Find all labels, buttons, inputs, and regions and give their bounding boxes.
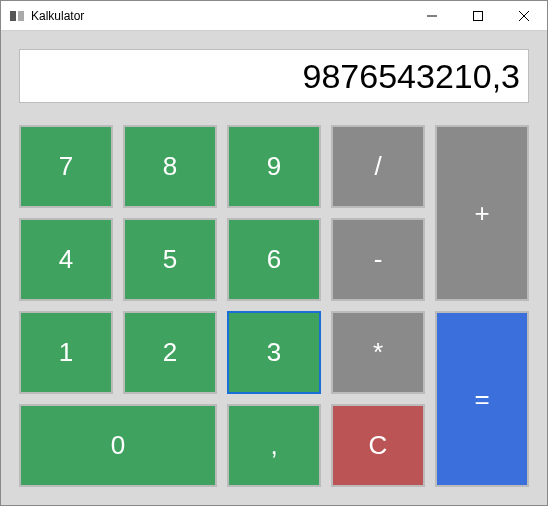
key-8[interactable]: 8	[123, 125, 217, 208]
close-button[interactable]	[501, 1, 547, 30]
svg-rect-1	[18, 11, 24, 21]
maximize-button[interactable]	[455, 1, 501, 30]
key-divide[interactable]: /	[331, 125, 425, 208]
app-icon	[9, 8, 25, 24]
keypad: 7 8 9 / + 4 5 6 - 1 2 3 * = 0 , C	[19, 125, 529, 487]
key-equals[interactable]: =	[435, 311, 529, 487]
key-4[interactable]: 4	[19, 218, 113, 301]
key-9[interactable]: 9	[227, 125, 321, 208]
svg-rect-0	[10, 11, 16, 21]
key-comma[interactable]: ,	[227, 404, 321, 487]
key-1[interactable]: 1	[19, 311, 113, 394]
svg-rect-3	[474, 11, 483, 20]
key-plus[interactable]: +	[435, 125, 529, 301]
display: 9876543210,3	[19, 49, 529, 103]
key-6[interactable]: 6	[227, 218, 321, 301]
titlebar: Kalkulator	[1, 1, 547, 31]
key-7[interactable]: 7	[19, 125, 113, 208]
key-multiply[interactable]: *	[331, 311, 425, 394]
window-controls	[409, 1, 547, 30]
key-clear[interactable]: C	[331, 404, 425, 487]
app-window: Kalkulator 9876543210,3 7 8 9 / + 4 5 6 …	[0, 0, 548, 506]
window-title: Kalkulator	[31, 9, 409, 23]
key-minus[interactable]: -	[331, 218, 425, 301]
key-3[interactable]: 3	[227, 311, 321, 394]
minimize-button[interactable]	[409, 1, 455, 30]
key-5[interactable]: 5	[123, 218, 217, 301]
key-2[interactable]: 2	[123, 311, 217, 394]
key-0[interactable]: 0	[19, 404, 217, 487]
client-area: 9876543210,3 7 8 9 / + 4 5 6 - 1 2 3 * =…	[1, 31, 547, 505]
